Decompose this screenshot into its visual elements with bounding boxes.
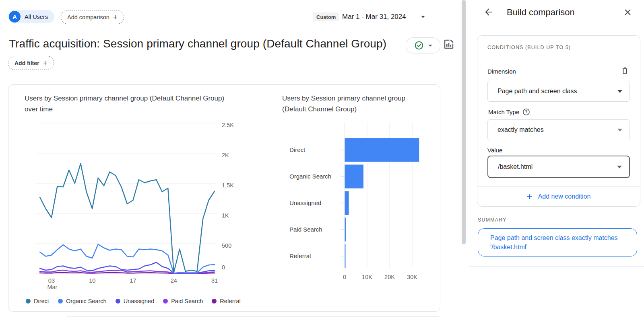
- app-root: { "header": { "avatar_letter": "A", "all…: [0, 0, 644, 318]
- legend-label: Referral: [220, 298, 241, 304]
- conditions-divider: [477, 60, 640, 60]
- dimension-label: Dimension: [487, 68, 516, 75]
- report-status-button[interactable]: [406, 37, 440, 53]
- legend-item[interactable]: Referral: [212, 298, 241, 304]
- svg-text:24: 24: [171, 277, 177, 284]
- summary-chip[interactable]: Page path and screen class exactly match…: [478, 228, 637, 256]
- legend-swatch-icon: [116, 299, 120, 304]
- panel-bottom-divider: [469, 266, 644, 267]
- plus-icon: +: [113, 13, 118, 21]
- svg-text:1.5K: 1.5K: [222, 182, 234, 189]
- panel-title: Build comparison: [507, 7, 575, 18]
- add-new-condition-label: Add new condition: [538, 193, 591, 200]
- svg-text:1K: 1K: [222, 212, 229, 219]
- svg-text:17: 17: [130, 277, 136, 284]
- page-title: Traffic acquisition: Session primary cha…: [9, 37, 386, 50]
- legend-label: Organic Search: [66, 298, 107, 304]
- all-users-label: All Users: [25, 14, 48, 20]
- svg-text:0: 0: [343, 274, 346, 280]
- plus-icon: +: [527, 192, 533, 201]
- legend-item[interactable]: Direct: [26, 298, 49, 304]
- legend-label: Unassigned: [124, 298, 155, 304]
- svg-text:Unassigned: Unassigned: [289, 199, 321, 206]
- avatar: A: [9, 11, 21, 23]
- svg-text:2K: 2K: [222, 152, 229, 158]
- svg-text:?: ?: [525, 110, 528, 114]
- add-comparison-label: Add comparison: [67, 14, 109, 21]
- back-arrow-icon[interactable]: [483, 7, 494, 17]
- legend-label: Paid Search: [171, 298, 203, 304]
- match-type-label: Match Type ?: [488, 108, 530, 116]
- panel-header-divider: [469, 25, 644, 25]
- value-value: /basket.html: [498, 163, 533, 170]
- vertical-scrollbar[interactable]: [462, 0, 466, 244]
- conditions-header: CONDITIONS (BUILD UP TO 5): [487, 45, 571, 50]
- svg-text:10: 10: [89, 277, 95, 284]
- check-circle-icon: [414, 41, 424, 50]
- add-new-condition-button[interactable]: + Add new condition: [477, 187, 640, 206]
- svg-text:Organic Search: Organic Search: [289, 173, 331, 180]
- svg-text:Mar: Mar: [47, 284, 57, 290]
- match-type-dropdown[interactable]: exactly matches: [487, 119, 630, 140]
- dimension-dropdown[interactable]: Page path and screen class: [487, 81, 630, 102]
- legend-item[interactable]: Unassigned: [116, 298, 155, 304]
- legend-swatch-icon: [212, 299, 217, 304]
- svg-text:20K: 20K: [384, 274, 395, 280]
- customize-report-icon[interactable]: [443, 38, 455, 50]
- next-card-top-edge: [66, 316, 439, 317]
- summary-header: SUMMARY: [478, 217, 506, 223]
- svg-text:Paid Search: Paid Search: [289, 226, 322, 233]
- legend-item[interactable]: Paid Search: [163, 298, 203, 304]
- svg-text:Referral: Referral: [289, 252, 311, 259]
- build-comparison-panel: Build comparison CONDITIONS (BUILD UP TO…: [467, 0, 644, 318]
- value-dropdown[interactable]: /basket.html: [487, 156, 630, 178]
- legend-swatch-icon: [58, 299, 63, 304]
- date-range-type-badge: Custom: [313, 12, 339, 21]
- svg-text:30K: 30K: [407, 274, 417, 280]
- line-chart-title: Users by Session primary channel group (…: [25, 93, 226, 115]
- add-comparison-button[interactable]: Add comparison +: [61, 10, 124, 24]
- dropdown-caret-icon: [617, 166, 622, 168]
- all-users-segment[interactable]: A All Users: [8, 10, 54, 23]
- svg-text:03: 03: [48, 277, 55, 284]
- add-filter-label: Add filter: [14, 60, 39, 66]
- charts-card: Users by Session primary channel group (…: [8, 84, 440, 312]
- svg-text:2.5K: 2.5K: [222, 122, 234, 128]
- summary-text: Page path and screen class exactly match…: [490, 234, 618, 250]
- delete-condition-icon[interactable]: [621, 66, 629, 75]
- svg-text:0: 0: [222, 264, 225, 271]
- topbar-divider: [8, 25, 444, 25]
- date-range-selector[interactable]: Mar 1 - Mar 31, 2024: [342, 13, 406, 21]
- legend-item[interactable]: Organic Search: [58, 298, 107, 304]
- value-label: Value: [487, 147, 502, 154]
- close-icon[interactable]: [623, 7, 633, 17]
- dimension-value: Page path and screen class: [497, 88, 577, 95]
- match-type-value: exactly matches: [497, 126, 544, 133]
- chart-legend: DirectOrganic SearchUnassignedPaid Searc…: [26, 298, 241, 304]
- add-filter-button[interactable]: Add filter +: [8, 56, 54, 70]
- plus-icon: +: [43, 59, 47, 67]
- svg-text:Direct: Direct: [289, 146, 305, 153]
- legend-swatch-icon: [163, 299, 168, 304]
- legend-label: Direct: [34, 298, 49, 304]
- bar-chart-title: Users by Session primary channel group (…: [282, 93, 407, 115]
- svg-text:500: 500: [222, 242, 231, 249]
- conditions-card: CONDITIONS (BUILD UP TO 5) Dimension Pag…: [477, 35, 640, 207]
- main-content: A All Users Add comparison + Custom Mar …: [0, 0, 461, 318]
- line-chart: 05001K1.5K2K2.5K03Mar10172431: [17, 117, 258, 290]
- help-icon[interactable]: ?: [522, 108, 530, 116]
- bar-chart: 010K20K30KDirectOrganic SearchUnassigned…: [274, 115, 440, 288]
- dropdown-caret-icon: [617, 129, 622, 131]
- svg-text:10K: 10K: [362, 274, 372, 280]
- status-caret-icon: [428, 45, 432, 47]
- svg-text:31: 31: [211, 277, 218, 284]
- date-range-caret-icon[interactable]: [421, 16, 425, 18]
- dropdown-caret-icon: [617, 90, 622, 93]
- legend-swatch-icon: [26, 299, 31, 304]
